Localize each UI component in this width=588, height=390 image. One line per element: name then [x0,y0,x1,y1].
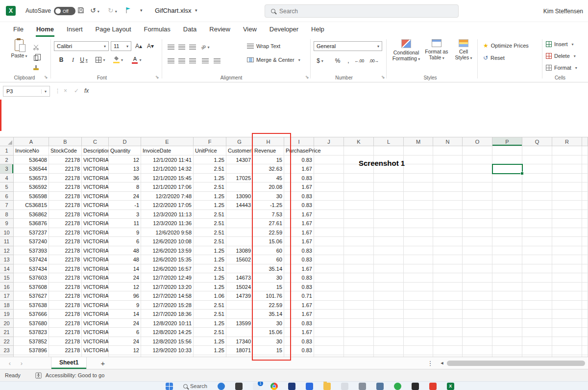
cell-C2[interactable]: VICTORIAN [82,156,109,165]
comma-button[interactable]: , [343,56,354,66]
row-header-14[interactable]: 14 [0,264,14,274]
cell-G22[interactable]: 17340 [226,337,253,346]
cell-D4[interactable]: 36 [109,174,141,183]
cell-P10[interactable] [492,228,522,237]
cell-K11[interactable] [344,237,374,246]
font-size-select[interactable]: 11 [111,41,131,51]
cell-C15[interactable]: VICTORIAN [82,273,109,283]
cell-P6[interactable] [492,192,522,201]
cell-A12[interactable]: 537393 [14,246,49,256]
cell-A16[interactable]: 537608 [14,283,49,292]
cell-A11[interactable]: 537240 [14,237,49,246]
cell-P18[interactable] [492,301,522,310]
underline-button[interactable]: U [78,55,89,65]
cell-P14[interactable] [492,264,522,274]
cell-Q21[interactable] [522,328,552,337]
align-right-icon[interactable] [187,56,198,66]
cell-N17[interactable] [433,291,463,301]
app-icon[interactable]: 1 [253,383,260,390]
youtube-icon[interactable] [429,383,437,390]
cell-O15[interactable] [463,273,492,283]
cell-L22[interactable] [374,337,404,346]
cell-A5[interactable]: 536592 [14,182,49,192]
cell-K4[interactable] [344,174,374,183]
cell-J22[interactable] [314,337,344,346]
cell-E22[interactable]: 12/8/2020 15:56 [141,337,194,346]
cell-A2[interactable]: 536408 [14,156,49,165]
cell-S7[interactable] [582,201,588,210]
cell-M19[interactable] [404,310,433,319]
row-header-22[interactable]: 22 [0,337,14,346]
cell-A21[interactable]: 537823 [14,328,49,337]
cell-O3[interactable] [463,164,492,174]
add-sheet-button[interactable]: + [99,357,107,369]
cell-F19[interactable]: 2.51 [194,310,226,319]
cell-B15[interactable]: 22178 [49,273,82,283]
tab-file[interactable]: File [7,22,30,37]
cell-C14[interactable]: VICTORIAN [82,264,109,274]
cell-P11[interactable] [492,237,522,246]
cell-R4[interactable] [552,174,582,183]
cell-Q16[interactable] [522,283,552,292]
cell-F12[interactable]: 1.25 [194,246,226,256]
cell-R23[interactable] [552,346,582,355]
cell-R21[interactable] [552,328,582,337]
cell-F21[interactable]: 2.51 [194,328,226,337]
cell-K19[interactable] [344,310,374,319]
column-header-G[interactable]: G [226,137,253,146]
cell-F18[interactable]: 2.51 [194,301,226,310]
cell-D19[interactable]: 14 [109,310,141,319]
cell-P22[interactable] [492,337,522,346]
cell-K10[interactable] [344,228,374,237]
cell-K23[interactable] [344,346,374,355]
cell-O9[interactable] [463,219,492,228]
cell-G3[interactable] [226,164,253,174]
cell-G2[interactable]: 14307 [226,156,253,165]
cell-O6[interactable] [463,192,492,201]
column-header-O[interactable]: O [463,137,492,146]
horizontal-scrollbar[interactable] [447,361,585,366]
row-header-10[interactable]: 10 [0,228,14,237]
cell-Q14[interactable] [522,264,552,274]
cell-A3[interactable]: 536544 [14,164,49,174]
cell-D5[interactable]: 8 [109,182,141,192]
cell-C3[interactable]: VICTORIAN [82,164,109,174]
file-name-chevron-icon[interactable]: ▾ [195,8,197,13]
cell-D21[interactable]: 6 [109,328,141,337]
cell-R10[interactable] [552,228,582,237]
cell-K15[interactable] [344,273,374,283]
cell-S21[interactable] [582,328,588,337]
cell-K22[interactable] [344,337,374,346]
cell-L12[interactable] [374,246,404,256]
cell-D16[interactable]: 12 [109,283,141,292]
cell-O1[interactable] [463,146,492,156]
cell-A18[interactable]: 537638 [14,301,49,310]
cell-M4[interactable] [404,174,433,183]
cell-M13[interactable] [404,255,433,264]
cut-icon[interactable] [30,42,41,52]
cell-F5[interactable]: 2.51 [194,182,226,192]
cell-O20[interactable] [463,319,492,328]
cell-K18[interactable] [344,301,374,310]
column-header-R[interactable]: R [552,137,582,146]
cell-R17[interactable] [552,291,582,301]
cell-C17[interactable]: VICTORIAN [82,291,109,301]
cell-E3[interactable]: 12/1/2020 14:32 [141,164,194,174]
cell-C12[interactable]: VICTORIAN [82,246,109,256]
cell-K9[interactable] [344,219,374,228]
cell-O5[interactable] [463,182,492,192]
percent-button[interactable]: % [332,56,343,66]
cell-E2[interactable]: 12/1/2020 11:41 [141,156,194,165]
currency-button[interactable]: $ [315,56,325,66]
excel-icon[interactable]: X [447,383,454,390]
decrease-indent-icon[interactable] [200,56,211,66]
cell-L16[interactable] [374,283,404,292]
align-middle-icon[interactable] [176,42,187,52]
cell-G15[interactable]: 14673 [226,273,253,283]
cell-J14[interactable] [314,264,344,274]
quick-access-chevron-icon[interactable]: ▾ [140,8,143,13]
column-header-N[interactable]: N [433,137,463,146]
font-color-button[interactable]: A [131,55,142,65]
cell-M22[interactable] [404,337,433,346]
cell-J11[interactable] [314,237,344,246]
